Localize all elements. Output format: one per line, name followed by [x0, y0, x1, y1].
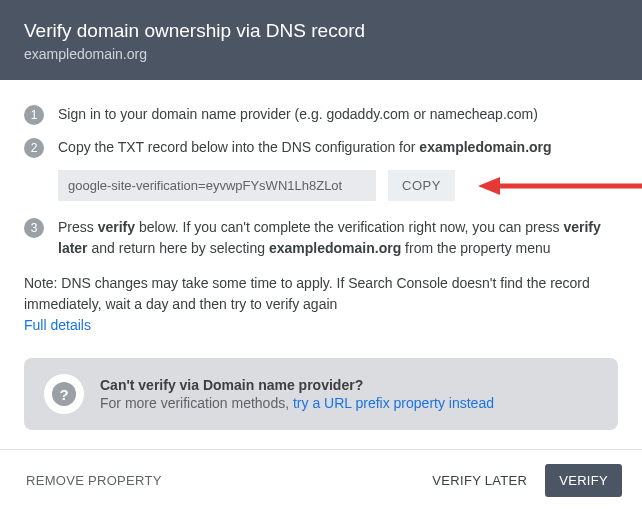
url-prefix-link[interactable]: try a URL prefix property instead — [293, 395, 494, 411]
verify-button[interactable]: VERIFY — [545, 464, 622, 497]
remove-property-button[interactable]: REMOVE PROPERTY — [20, 465, 168, 496]
step-3-part2: below. If you can't complete the verific… — [135, 219, 563, 235]
dialog-title: Verify domain ownership via DNS record — [24, 20, 618, 42]
dialog-footer: REMOVE PROPERTY VERIFY LATER VERIFY — [0, 449, 642, 511]
verify-later-button[interactable]: VERIFY LATER — [422, 465, 537, 496]
alt-text: Can't verify via Domain name provider? F… — [100, 377, 494, 411]
step-1: 1 Sign in to your domain name provider (… — [24, 104, 618, 125]
step-3-part1: Press — [58, 219, 98, 235]
full-details-link[interactable]: Full details — [24, 317, 91, 333]
step-3-part3: and return here by selecting — [88, 240, 269, 256]
verify-domain-dialog: Verify domain ownership via DNS record e… — [0, 0, 642, 511]
footer-right: VERIFY LATER VERIFY — [422, 464, 622, 497]
copy-button[interactable]: COPY — [388, 170, 455, 201]
step-3-bold3: exampledomain.org — [269, 240, 401, 256]
help-icon: ? — [52, 382, 76, 406]
alt-method-box: ? Can't verify via Domain name provider?… — [24, 358, 618, 430]
step-3-text: Press verify below. If you can't complet… — [58, 217, 618, 259]
step-2-text: Copy the TXT record below into the DNS c… — [58, 137, 552, 158]
step-number-badge: 2 — [24, 138, 44, 158]
step-number-badge: 3 — [24, 218, 44, 238]
note-text: Note: DNS changes may take some time to … — [24, 275, 590, 312]
dialog-content: 1 Sign in to your domain name provider (… — [0, 80, 642, 449]
alt-title: Can't verify via Domain name provider? — [100, 377, 494, 393]
txt-record-row: COPY — [58, 170, 618, 201]
dns-note: Note: DNS changes may take some time to … — [24, 273, 618, 336]
arrow-annotation-icon — [478, 174, 642, 198]
alt-sub: For more verification methods, try a URL… — [100, 395, 494, 411]
step-1-text: Sign in to your domain name provider (e.… — [58, 104, 538, 125]
step-2-prefix: Copy the TXT record below into the DNS c… — [58, 139, 419, 155]
step-2: 2 Copy the TXT record below into the DNS… — [24, 137, 618, 158]
step-3-bold1: verify — [98, 219, 135, 235]
step-2-domain: exampledomain.org — [419, 139, 551, 155]
step-number-badge: 1 — [24, 105, 44, 125]
svg-marker-1 — [478, 177, 500, 195]
dialog-subtitle: exampledomain.org — [24, 46, 618, 62]
step-3-part4: from the property menu — [401, 240, 550, 256]
step-3: 3 Press verify below. If you can't compl… — [24, 217, 618, 259]
alt-sub-prefix: For more verification methods, — [100, 395, 293, 411]
txt-record-field[interactable] — [58, 170, 376, 201]
dialog-header: Verify domain ownership via DNS record e… — [0, 0, 642, 80]
help-icon-wrap: ? — [44, 374, 84, 414]
